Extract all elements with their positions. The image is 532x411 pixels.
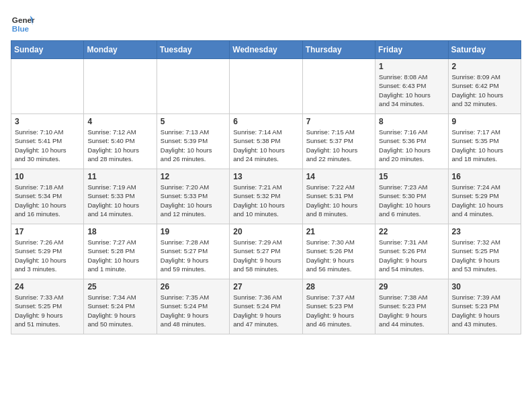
calendar-cell: 24Sunrise: 7:33 AM Sunset: 5:25 PM Dayli… [11,279,84,334]
calendar-cell: 30Sunrise: 7:39 AM Sunset: 5:23 PM Dayli… [448,279,521,334]
day-info: Sunrise: 7:31 AM Sunset: 5:26 PM Dayligh… [379,238,444,273]
calendar-cell: 5Sunrise: 7:13 AM Sunset: 5:39 PM Daylig… [157,114,229,169]
calendar-cell: 12Sunrise: 7:20 AM Sunset: 5:33 PM Dayli… [157,169,229,224]
day-number: 17 [15,227,80,236]
day-number: 23 [452,227,517,236]
day-number: 13 [233,172,298,181]
calendar-cell [230,59,302,114]
calendar-cell [84,59,157,114]
calendar-cell: 29Sunrise: 7:38 AM Sunset: 5:23 PM Dayli… [375,279,448,334]
day-of-week-header: Friday [375,41,448,59]
day-number: 6 [233,117,298,126]
day-info: Sunrise: 7:33 AM Sunset: 5:25 PM Dayligh… [15,293,80,328]
calendar-cell: 10Sunrise: 7:18 AM Sunset: 5:34 PM Dayli… [11,169,84,224]
day-of-week-header: Wednesday [230,41,302,59]
day-info: Sunrise: 7:37 AM Sunset: 5:23 PM Dayligh… [306,293,371,328]
calendar-cell: 23Sunrise: 7:32 AM Sunset: 5:25 PM Dayli… [448,224,521,279]
calendar-header-row: SundayMondayTuesdayWednesdayThursdayFrid… [11,41,521,59]
day-info: Sunrise: 7:20 AM Sunset: 5:33 PM Dayligh… [161,183,226,218]
day-info: Sunrise: 8:08 AM Sunset: 6:43 PM Dayligh… [379,73,444,108]
day-number: 16 [452,172,517,181]
day-info: Sunrise: 7:30 AM Sunset: 5:26 PM Dayligh… [306,238,371,273]
calendar-cell: 27Sunrise: 7:36 AM Sunset: 5:24 PM Dayli… [230,279,302,334]
day-number: 1 [379,62,444,71]
day-info: Sunrise: 7:24 AM Sunset: 5:29 PM Dayligh… [452,183,517,218]
logo: General Blue [11,11,35,35]
calendar-cell: 18Sunrise: 7:27 AM Sunset: 5:28 PM Dayli… [84,224,157,279]
calendar-cell: 20Sunrise: 7:29 AM Sunset: 5:27 PM Dayli… [230,224,302,279]
day-number: 5 [161,117,226,126]
calendar-cell: 9Sunrise: 7:17 AM Sunset: 5:35 PM Daylig… [448,114,521,169]
day-number: 7 [306,117,371,126]
day-number: 4 [87,117,152,126]
calendar-cell: 22Sunrise: 7:31 AM Sunset: 5:26 PM Dayli… [375,224,448,279]
day-info: Sunrise: 7:16 AM Sunset: 5:36 PM Dayligh… [379,128,444,163]
calendar-week-row: 24Sunrise: 7:33 AM Sunset: 5:25 PM Dayli… [11,279,521,334]
day-number: 26 [161,282,226,291]
day-info: Sunrise: 7:35 AM Sunset: 5:24 PM Dayligh… [161,293,226,328]
day-number: 25 [87,282,152,291]
day-info: Sunrise: 7:13 AM Sunset: 5:39 PM Dayligh… [161,128,226,163]
calendar-week-row: 17Sunrise: 7:26 AM Sunset: 5:29 PM Dayli… [11,224,521,279]
calendar-cell: 8Sunrise: 7:16 AM Sunset: 5:36 PM Daylig… [375,114,448,169]
calendar: SundayMondayTuesdayWednesdayThursdayFrid… [11,40,521,334]
day-info: Sunrise: 7:26 AM Sunset: 5:29 PM Dayligh… [15,238,80,273]
calendar-cell: 17Sunrise: 7:26 AM Sunset: 5:29 PM Dayli… [11,224,84,279]
calendar-cell: 16Sunrise: 7:24 AM Sunset: 5:29 PM Dayli… [448,169,521,224]
day-number: 29 [379,282,444,291]
day-number: 24 [15,282,80,291]
calendar-week-row: 1Sunrise: 8:08 AM Sunset: 6:43 PM Daylig… [11,59,521,114]
day-of-week-header: Tuesday [157,41,229,59]
day-info: Sunrise: 7:27 AM Sunset: 5:28 PM Dayligh… [87,238,152,273]
page-header: General Blue [11,11,521,35]
calendar-cell: 25Sunrise: 7:34 AM Sunset: 5:24 PM Dayli… [84,279,157,334]
calendar-cell: 26Sunrise: 7:35 AM Sunset: 5:24 PM Dayli… [157,279,229,334]
calendar-cell [302,59,375,114]
day-number: 20 [233,227,298,236]
day-of-week-header: Saturday [448,41,521,59]
day-of-week-header: Monday [84,41,157,59]
day-info: Sunrise: 7:14 AM Sunset: 5:38 PM Dayligh… [233,128,298,163]
calendar-cell: 6Sunrise: 7:14 AM Sunset: 5:38 PM Daylig… [230,114,302,169]
day-number: 21 [306,227,371,236]
day-info: Sunrise: 7:36 AM Sunset: 5:24 PM Dayligh… [233,293,298,328]
logo-icon: General Blue [11,11,35,35]
day-number: 2 [452,62,517,71]
calendar-cell: 4Sunrise: 7:12 AM Sunset: 5:40 PM Daylig… [84,114,157,169]
day-number: 27 [233,282,298,291]
calendar-week-row: 10Sunrise: 7:18 AM Sunset: 5:34 PM Dayli… [11,169,521,224]
day-info: Sunrise: 7:32 AM Sunset: 5:25 PM Dayligh… [452,238,517,273]
day-info: Sunrise: 7:18 AM Sunset: 5:34 PM Dayligh… [15,183,80,218]
day-number: 9 [452,117,517,126]
calendar-cell: 7Sunrise: 7:15 AM Sunset: 5:37 PM Daylig… [302,114,375,169]
day-number: 8 [379,117,444,126]
day-number: 19 [161,227,226,236]
day-number: 18 [87,227,152,236]
day-number: 12 [161,172,226,181]
calendar-week-row: 3Sunrise: 7:10 AM Sunset: 5:41 PM Daylig… [11,114,521,169]
calendar-cell: 13Sunrise: 7:21 AM Sunset: 5:32 PM Dayli… [230,169,302,224]
calendar-cell: 14Sunrise: 7:22 AM Sunset: 5:31 PM Dayli… [302,169,375,224]
day-info: Sunrise: 7:19 AM Sunset: 5:33 PM Dayligh… [87,183,152,218]
calendar-cell: 21Sunrise: 7:30 AM Sunset: 5:26 PM Dayli… [302,224,375,279]
day-info: Sunrise: 7:34 AM Sunset: 5:24 PM Dayligh… [87,293,152,328]
day-info: Sunrise: 7:23 AM Sunset: 5:30 PM Dayligh… [379,183,444,218]
day-info: Sunrise: 7:38 AM Sunset: 5:23 PM Dayligh… [379,293,444,328]
day-info: Sunrise: 7:28 AM Sunset: 5:27 PM Dayligh… [161,238,226,273]
day-of-week-header: Thursday [302,41,375,59]
day-number: 3 [15,117,80,126]
day-number: 11 [87,172,152,181]
day-number: 10 [15,172,80,181]
day-info: Sunrise: 8:09 AM Sunset: 6:42 PM Dayligh… [452,73,517,108]
day-info: Sunrise: 7:17 AM Sunset: 5:35 PM Dayligh… [452,128,517,163]
day-info: Sunrise: 7:21 AM Sunset: 5:32 PM Dayligh… [233,183,298,218]
day-number: 15 [379,172,444,181]
calendar-cell [11,59,84,114]
calendar-cell: 3Sunrise: 7:10 AM Sunset: 5:41 PM Daylig… [11,114,84,169]
calendar-cell [157,59,229,114]
calendar-cell: 11Sunrise: 7:19 AM Sunset: 5:33 PM Dayli… [84,169,157,224]
day-of-week-header: Sunday [11,41,84,59]
day-info: Sunrise: 7:12 AM Sunset: 5:40 PM Dayligh… [87,128,152,163]
day-info: Sunrise: 7:10 AM Sunset: 5:41 PM Dayligh… [15,128,80,163]
day-number: 30 [452,282,517,291]
